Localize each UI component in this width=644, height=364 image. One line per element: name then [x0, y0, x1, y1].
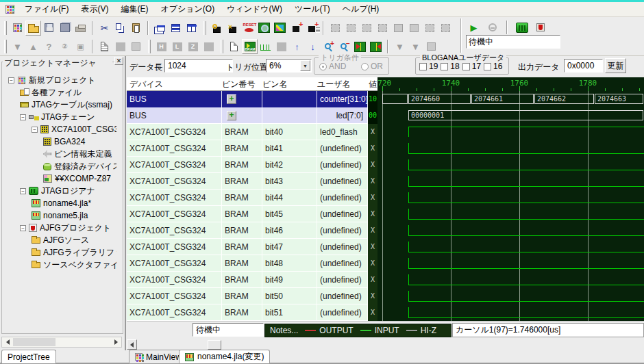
table-row-bit50[interactable]: XC7A100T_CSG324BRAMbit50(undefined)X: [127, 288, 377, 304]
table-row-led[7:0][interactable]: BUSled[7:0]00+: [127, 107, 377, 124]
table-row-bit48[interactable]: XC7A100T_CSG324BRAMbit48(undefined)X: [127, 255, 377, 272]
table-row-bit45[interactable]: XC7A100T_CSG324BRAMbit45(undefined)X: [127, 206, 377, 222]
move-down-button[interactable]: ↓: [305, 39, 321, 54]
tree-item-noname4-jla-[interactable]: noname4.jla*: [32, 197, 116, 209]
menu-item-0[interactable]: ファイル(F): [18, 3, 75, 15]
update-button[interactable]: 更新: [605, 58, 626, 73]
tree-item-ajfg-[interactable]: AJFGソース: [32, 234, 116, 246]
tree-item-jtag-[interactable]: −JTAGロジアナ: [20, 185, 116, 197]
bus-expand-button[interactable]: +: [227, 111, 236, 120]
tree-item--[interactable]: 各種ファイル: [20, 86, 116, 99]
trigger-out-button[interactable]: [368, 39, 384, 54]
col-pin-no[interactable]: ピン番号: [222, 79, 256, 90]
record-stop-button[interactable]: [532, 20, 548, 35]
tree-item-noname5-jla[interactable]: noname5.jla: [32, 209, 116, 222]
run-button[interactable]: ▶: [466, 20, 482, 35]
menu-item-6[interactable]: ヘルプ(H): [336, 3, 386, 15]
main-scroll-left-button[interactable]: [127, 339, 137, 350]
jtag-connect-button[interactable]: [209, 21, 225, 36]
tree-item-xc7a100t_csg324[interactable]: −XC7A100T_CSG324: [32, 123, 116, 135]
col-value[interactable]: 値: [369, 79, 377, 90]
tree-item--[interactable]: 登録済みデバイス: [43, 160, 116, 172]
tree-item-jtag-ssmaj-[interactable]: JTAGケーブル(ssmaj): [20, 99, 116, 111]
col-user[interactable]: ユーザ名: [317, 79, 351, 90]
trigger-position-dropdown-button[interactable]: ▼: [300, 60, 310, 71]
copy-button[interactable]: [112, 21, 128, 36]
paste-button[interactable]: [128, 21, 144, 36]
output-data-input[interactable]: 0x0000: [564, 59, 603, 73]
print-button[interactable]: [73, 21, 88, 36]
radio-or[interactable]: OR: [361, 62, 383, 71]
menu-item-5[interactable]: ツール(T): [288, 3, 336, 15]
table-row-bit47[interactable]: XC7A100T_CSG324BRAMbit47(undefined)X: [127, 239, 377, 255]
app-grid-button[interactable]: [10, 21, 25, 36]
table-row-bit51[interactable]: XC7A100T_CSG324BRAMbit51(undefined)X: [127, 304, 377, 321]
table-row-bit42[interactable]: XC7A100T_CSG324BRAMbit42(undefined)X: [127, 157, 377, 173]
jtag-disconnect-button[interactable]: ×: [225, 21, 240, 36]
tree-scrollbar-thumb[interactable]: [13, 338, 55, 346]
logana-window-button[interactable]: [514, 20, 530, 35]
table-row-bit46[interactable]: XC7A100T_CSG324BRAMbit46(undefined)X: [127, 222, 377, 239]
jtag-reset-button[interactable]: RESET: [240, 21, 256, 36]
tree-expander-icon[interactable]: −: [20, 188, 26, 194]
table-row-bit44[interactable]: XC7A100T_CSG324BRAMbit44(undefined)X: [127, 190, 377, 206]
save-button[interactable]: [41, 21, 57, 36]
table-row-bit49[interactable]: XC7A100T_CSG324BRAMbit49(undefined)X: [127, 272, 377, 288]
new-waveform-button[interactable]: [226, 39, 242, 54]
blogana-checkbox-19[interactable]: 19: [419, 62, 438, 71]
tree-item-jtag-[interactable]: −JTAGチェーン: [20, 111, 116, 123]
board-view-button[interactable]: [272, 21, 288, 36]
table-row-bit43[interactable]: XC7A100T_CSG324BRAMbit43(undefined)X: [127, 173, 377, 190]
tree-item-ajfg-[interactable]: −AJFGプロジェクト: [20, 222, 116, 234]
tree-item--[interactable]: ソースベクタファイル: [32, 259, 116, 271]
blogana-checkbox-18[interactable]: 18: [441, 62, 459, 71]
tree-expander-icon[interactable]: −: [32, 127, 38, 133]
stop-button[interactable]: [484, 20, 500, 35]
panel-close-button[interactable]: ✕: [114, 57, 123, 65]
tree-item--xcomp-z87[interactable]: ¥¥XCOMP-Z87: [43, 172, 116, 185]
scroll-right-icon[interactable]: [111, 338, 121, 346]
cut-button[interactable]: ✂: [97, 21, 112, 36]
menu-item-1[interactable]: 表示(V): [75, 3, 114, 15]
add-device-list-button[interactable]: [304, 21, 319, 36]
run-status-field[interactable]: 待機中: [466, 35, 560, 49]
radio-and[interactable]: AND: [319, 62, 346, 71]
menu-item-4[interactable]: ウィンドウ(W): [221, 3, 288, 15]
tree-item-bga324[interactable]: BGA324: [43, 135, 116, 148]
tab-document[interactable]: noname4.jla(変更): [179, 350, 270, 363]
tile-horizontal-button[interactable]: [168, 21, 184, 36]
col-device[interactable]: デバイス: [129, 79, 163, 90]
cascade-windows-button[interactable]: [152, 21, 168, 36]
tree-horizontal-scrollbar[interactable]: [1, 337, 122, 348]
bram-capture-button[interactable]: [242, 39, 258, 54]
tree-expander-icon[interactable]: −: [20, 114, 26, 120]
table-row-bit41[interactable]: XC7A100T_CSG324BRAMbit41(undefined)X: [127, 140, 377, 157]
blogana-checkbox-16[interactable]: 16: [484, 62, 502, 71]
menu-item-3[interactable]: オプション(O): [154, 3, 221, 15]
tree-expander-icon[interactable]: −: [8, 77, 14, 83]
tree-item--[interactable]: −新規プロジェクト: [8, 74, 116, 86]
notes-label[interactable]: Notes...: [270, 326, 298, 335]
main-scrollbar-thumb[interactable]: [208, 340, 221, 350]
table-row-counter[31:0][interactable]: BUScounter[31:0]10+: [127, 91, 377, 107]
tree-item-ajfg-[interactable]: AJFGライブラリファイル: [32, 246, 116, 259]
bus-expand-button[interactable]: +: [227, 94, 236, 104]
add-device-button[interactable]: [288, 21, 304, 36]
tab-project-tree[interactable]: ProjectTree: [1, 350, 56, 363]
autodetect-board-button[interactable]: [256, 21, 272, 36]
move-up-button[interactable]: ↑: [289, 39, 305, 54]
scroll-left-icon[interactable]: [3, 338, 12, 346]
tree-item--[interactable]: ピン情報未定義: [43, 148, 116, 160]
waveform-panel[interactable]: 1720174017601780207466020746612074662207…: [377, 77, 644, 321]
tree-expander-icon[interactable]: −: [20, 225, 26, 231]
zoom-out-button[interactable]: [336, 39, 352, 54]
blogana-checkbox-17[interactable]: 17: [462, 62, 481, 71]
tile-vertical-button[interactable]: [184, 21, 199, 36]
col-pin-name[interactable]: ピン名: [262, 79, 288, 90]
open-button[interactable]: [25, 21, 41, 36]
zoom-in-button[interactable]: [321, 39, 336, 54]
data-length-input[interactable]: 1024: [164, 59, 233, 73]
save-all-button[interactable]: [57, 21, 73, 36]
trigger-in-button[interactable]: [352, 39, 368, 54]
waveform-view-button[interactable]: [258, 39, 273, 54]
